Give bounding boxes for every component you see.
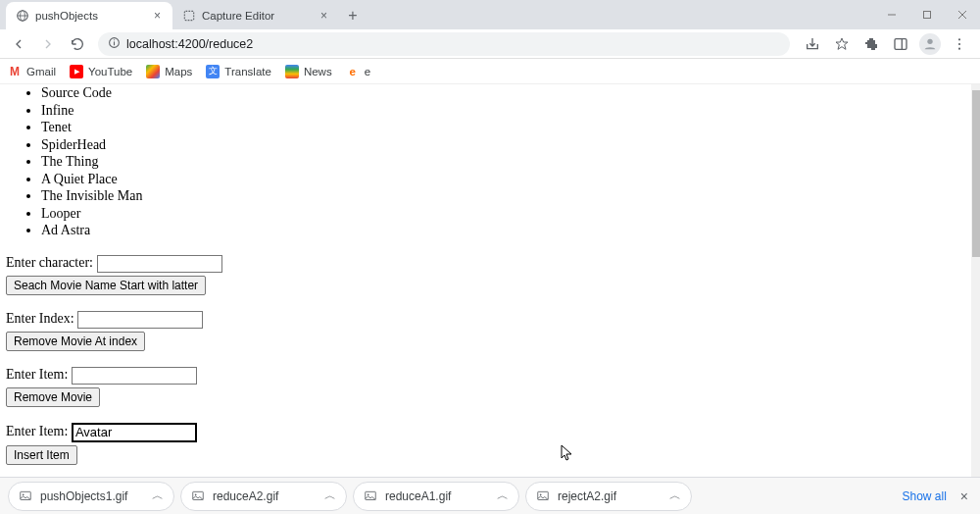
bookmark-translate[interactable]: 文Translate <box>206 65 271 78</box>
vertical-scrollbar[interactable] <box>971 84 980 477</box>
chevron-up-icon[interactable]: ︿ <box>669 488 681 504</box>
image-file-icon <box>364 489 377 503</box>
address-bar[interactable]: localhost:4200/reduce2 <box>98 32 790 56</box>
maps-icon <box>146 65 160 78</box>
tab-title: pushObjects <box>35 10 98 22</box>
e-icon: e <box>346 65 360 78</box>
list-item: Looper <box>41 205 965 223</box>
show-all-downloads-link[interactable]: Show all <box>902 489 946 503</box>
tab-close-icon[interactable]: × <box>146 9 161 23</box>
download-item[interactable]: reduceA2.gif ︿ <box>180 482 347 511</box>
char-label: Enter character: <box>6 255 93 270</box>
image-file-icon <box>19 489 32 503</box>
image-file-icon <box>536 489 550 503</box>
browser-titlebar: pushObjects × Capture Editor × + <box>0 0 980 29</box>
bookmark-maps[interactable]: Maps <box>146 65 192 78</box>
chevron-up-icon[interactable]: ︿ <box>324 488 336 504</box>
svg-rect-5 <box>924 12 931 19</box>
svg-point-18 <box>23 493 24 495</box>
list-item: The Invisible Man <box>41 187 965 205</box>
page-viewport: Source Code Infine Tenet SpiderHead The … <box>0 84 971 477</box>
globe-icon <box>16 9 29 23</box>
chevron-up-icon[interactable]: ︿ <box>497 488 509 504</box>
remove-movie-button[interactable]: Remove Movie <box>6 387 100 407</box>
window-controls <box>874 0 980 29</box>
list-item: Source Code <box>41 84 965 102</box>
download-filename: rejectA2.gif <box>558 489 616 503</box>
download-shelf: pushObjects1.gif ︿ reduceA2.gif ︿ reduce… <box>0 477 980 514</box>
minimize-button[interactable] <box>874 0 909 29</box>
svg-point-22 <box>368 493 369 495</box>
bookmark-e[interactable]: ee <box>346 65 370 78</box>
new-tab-button[interactable]: + <box>341 4 365 27</box>
svg-point-16 <box>958 47 960 49</box>
bookmark-youtube[interactable]: ▶YouTube <box>70 65 132 78</box>
remove-at-index-button[interactable]: Remove Movie At index <box>6 332 145 351</box>
tab-close-icon[interactable]: × <box>313 9 327 23</box>
download-item[interactable]: pushObjects1.gif ︿ <box>8 482 174 511</box>
maximize-button[interactable] <box>909 0 945 29</box>
download-filename: reduceA2.gif <box>213 489 278 503</box>
svg-point-13 <box>927 38 932 43</box>
download-filename: pushObjects1.gif <box>40 489 127 503</box>
tab-title: Capture Editor <box>202 10 274 22</box>
movies-list: Source Code Infine Tenet SpiderHead The … <box>6 84 965 239</box>
remove-item-label: Enter Item: <box>6 367 68 382</box>
forward-button[interactable] <box>35 31 61 57</box>
share-icon[interactable] <box>802 33 823 55</box>
chevron-up-icon[interactable]: ︿ <box>152 488 164 504</box>
close-window-button[interactable] <box>945 0 980 29</box>
address-bar-row: localhost:4200/reduce2 <box>0 29 980 59</box>
image-file-icon <box>191 489 205 503</box>
svg-point-20 <box>195 493 197 495</box>
svg-point-14 <box>958 38 960 40</box>
url-text: localhost:4200/reduce2 <box>126 37 253 51</box>
remove-item-input[interactable] <box>72 367 197 385</box>
remove-item-form: Enter Item: Remove Movie <box>6 367 965 407</box>
svg-point-15 <box>958 42 960 44</box>
insert-item-input[interactable] <box>72 423 197 442</box>
scrollbar-thumb[interactable] <box>972 90 980 257</box>
toolbar-icons <box>798 33 974 55</box>
tab-capture-editor[interactable]: Capture Editor × <box>172 2 339 29</box>
svg-rect-3 <box>184 11 193 20</box>
sidepanel-icon[interactable] <box>890 33 911 55</box>
remove-at-index-form: Enter Index: Remove Movie At index <box>6 311 965 351</box>
index-label: Enter Index: <box>6 311 74 326</box>
bookmark-star-icon[interactable] <box>831 33 853 55</box>
list-item: The Thing <box>41 153 965 171</box>
profile-avatar-icon[interactable] <box>919 33 941 55</box>
capture-icon <box>182 9 196 23</box>
page-content: Source Code Infine Tenet SpiderHead The … <box>0 84 971 477</box>
index-input[interactable] <box>77 311 203 329</box>
tab-strip: pushObjects × Capture Editor × + <box>0 0 365 29</box>
svg-point-10 <box>114 39 115 40</box>
list-item: Tenet <box>41 119 965 136</box>
bookmarks-bar: MGmail ▶YouTube Maps 文Translate News ee <box>0 59 980 84</box>
insert-item-label: Enter Item: <box>6 424 68 438</box>
list-item: Ad Astra <box>41 222 965 239</box>
site-info-icon[interactable] <box>108 36 121 52</box>
svg-point-24 <box>540 493 542 495</box>
gmail-icon: M <box>8 65 22 78</box>
close-download-shelf-icon[interactable]: × <box>956 488 972 504</box>
translate-icon: 文 <box>206 65 220 78</box>
search-char-form: Enter character: Seach Movie Name Start … <box>6 255 965 295</box>
insert-item-button[interactable]: Insert Item <box>6 445 77 465</box>
tab-pushobjects[interactable]: pushObjects × <box>6 2 172 29</box>
bookmark-gmail[interactable]: MGmail <box>8 65 56 78</box>
download-item[interactable]: reduceA1.gif ︿ <box>353 482 519 511</box>
download-filename: reduceA1.gif <box>385 489 451 503</box>
search-by-letter-button[interactable]: Seach Movie Name Start with latter <box>6 276 206 295</box>
list-item: SpiderHead <box>41 136 965 154</box>
bookmark-news[interactable]: News <box>285 65 332 78</box>
svg-rect-11 <box>895 38 906 49</box>
char-input[interactable] <box>97 255 222 273</box>
reload-button[interactable] <box>65 31 90 57</box>
news-icon <box>285 65 299 78</box>
kebab-menu-icon[interactable] <box>949 33 970 55</box>
list-item: Infine <box>41 102 965 120</box>
download-item[interactable]: rejectA2.gif ︿ <box>525 482 692 511</box>
back-button[interactable] <box>6 31 31 57</box>
extensions-icon[interactable] <box>860 33 882 55</box>
